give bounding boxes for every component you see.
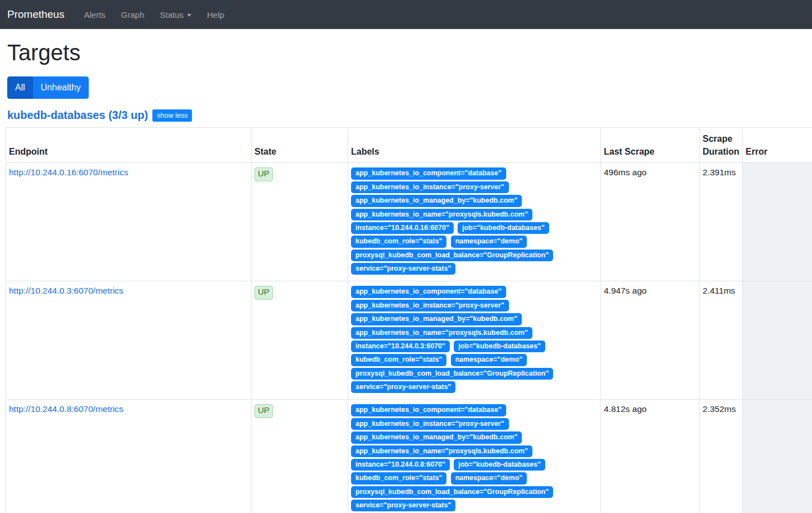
labels-cell: app_kubernetes_io_component="database" a…: [348, 163, 601, 281]
filter-button-group: All Unhealthy: [7, 76, 89, 99]
label-badge: app_kubernetes_io_managed_by="kubedb.com…: [351, 313, 522, 325]
label-badge: app_kubernetes_io_name="proxysqls.kubedb…: [351, 209, 532, 220]
filter-all-button[interactable]: All: [7, 76, 33, 99]
targets-table: Endpoint State Labels Last Scrape Scrape…: [6, 127, 812, 513]
table-row: http://10.244.0.8:6070/metrics UP app_ku…: [6, 400, 812, 513]
label-badge: kubedb_com_role="stats": [351, 472, 446, 484]
last-scrape-cell: 496ms ago: [601, 163, 700, 281]
scrape-duration-cell: 2.352ms: [700, 400, 743, 513]
table-header-row: Endpoint State Labels Last Scrape Scrape…: [6, 128, 812, 163]
header-error: Error: [743, 128, 812, 163]
header-state: State: [252, 128, 348, 163]
table-row: http://10.244.0.16:6070/metrics UP app_k…: [6, 163, 812, 281]
label-badge: app_kubernetes_io_component="database": [351, 167, 506, 179]
page-title: Targets: [7, 40, 812, 65]
last-scrape-cell: 4.812s ago: [601, 400, 700, 513]
nav-menu: Alerts Graph Status Help: [79, 6, 234, 24]
label-badge: proxysql_kubedb_com_load_balance="GroupR…: [351, 486, 553, 498]
labels-cell: app_kubernetes_io_component="database" a…: [348, 400, 601, 513]
label-badge: job="kubedb-databases": [454, 459, 545, 471]
label-badge: service="proxy-server-stats": [351, 263, 455, 275]
label-badge: app_kubernetes_io_managed_by="kubedb.com…: [351, 195, 522, 207]
filter-unhealthy-button[interactable]: Unhealthy: [33, 76, 89, 99]
label-badge: service="proxy-server-stats": [351, 381, 455, 393]
job-header: kubedb-databases (3/3 up) show less: [7, 109, 812, 122]
label-badge: instance="10.244.0.3:6070": [351, 341, 450, 352]
label-badge: proxysql_kubedb_com_load_balance="GroupR…: [351, 250, 553, 261]
label-badge: namespace="demo": [451, 354, 527, 366]
label-badge: job="kubedb-databases": [458, 222, 549, 234]
endpoint-link[interactable]: http://10.244.0.8:6070/metrics: [9, 404, 123, 414]
label-badge: app_kubernetes_io_instance="proxy-server…: [351, 300, 509, 311]
state-badge: UP: [254, 286, 273, 299]
label-badge: app_kubernetes_io_name="proxysqls.kubedb…: [351, 327, 532, 339]
state-badge: UP: [254, 404, 273, 418]
endpoint-link[interactable]: http://10.244.0.16:6070/metrics: [9, 167, 128, 177]
scrape-duration-cell: 2.391ms: [700, 163, 743, 281]
header-scrape-duration: Scrape Duration: [700, 128, 743, 163]
label-badge: app_kubernetes_io_name="proxysqls.kubedb…: [351, 445, 532, 457]
scrape-duration-cell: 2.411ms: [700, 281, 743, 400]
nav-item-help[interactable]: Help: [202, 6, 229, 24]
show-less-button[interactable]: show less: [152, 109, 192, 122]
label-badge: app_kubernetes_io_instance="proxy-server…: [351, 181, 509, 193]
label-badge: service="proxy-server-stats": [351, 500, 455, 511]
label-badge: namespace="demo": [451, 472, 527, 484]
label-badge: app_kubernetes_io_instance="proxy-server…: [351, 418, 509, 430]
label-badge: job="kubedb-databases": [454, 341, 545, 352]
error-cell: [743, 281, 812, 400]
nav-item-alerts[interactable]: Alerts: [79, 6, 110, 24]
nav-item-status-label: Status: [160, 10, 184, 20]
label-badge: kubedb_com_role="stats": [351, 354, 446, 366]
header-labels: Labels: [348, 128, 601, 163]
brand-link[interactable]: Prometheus: [7, 8, 64, 21]
main-content: Targets All Unhealthy kubedb-databases (…: [0, 40, 812, 513]
table-row: http://10.244.0.3:6070/metrics UP app_ku…: [6, 281, 812, 400]
label-badge: namespace="demo": [451, 236, 527, 247]
header-last-scrape: Last Scrape: [601, 128, 700, 163]
error-cell: [743, 400, 812, 513]
label-badge: instance="10.244.0.8:6070": [351, 459, 450, 471]
label-badge: app_kubernetes_io_component="database": [351, 404, 506, 416]
last-scrape-cell: 4.947s ago: [601, 281, 700, 400]
top-navbar: Prometheus Alerts Graph Status Help: [0, 0, 812, 29]
chevron-down-icon: [187, 14, 191, 17]
label-badge: app_kubernetes_io_component="database": [351, 286, 506, 298]
label-badge: kubedb_com_role="stats": [351, 236, 446, 247]
nav-item-graph[interactable]: Graph: [116, 6, 150, 24]
label-badge: app_kubernetes_io_managed_by="kubedb.com…: [351, 432, 522, 443]
nav-item-status[interactable]: Status: [155, 6, 197, 24]
header-endpoint: Endpoint: [6, 128, 252, 163]
job-title-link[interactable]: kubedb-databases (3/3 up): [7, 109, 148, 122]
label-badge: instance="10.244.0.16:6070": [351, 222, 454, 234]
endpoint-link[interactable]: http://10.244.0.3:6070/metrics: [9, 286, 123, 295]
label-badge: proxysql_kubedb_com_load_balance="GroupR…: [351, 368, 553, 380]
error-cell: [743, 163, 812, 281]
state-badge: UP: [254, 167, 273, 181]
labels-cell: app_kubernetes_io_component="database" a…: [348, 281, 601, 400]
